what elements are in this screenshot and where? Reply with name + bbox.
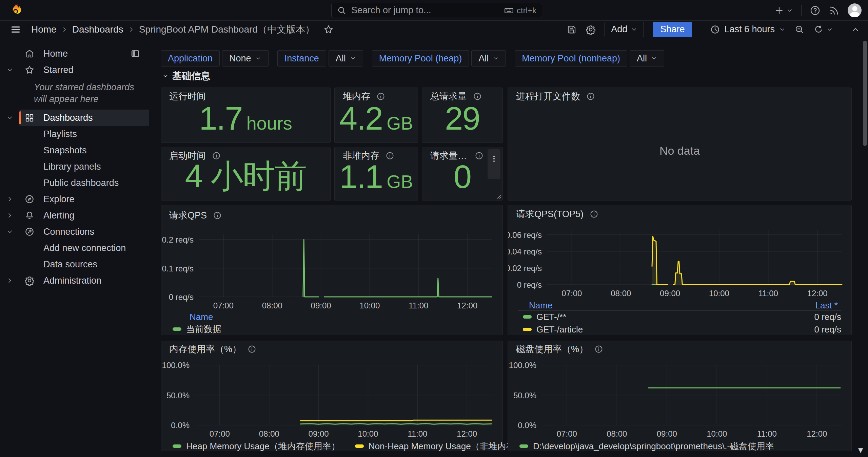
qps-legend: Name 当前数据	[171, 312, 492, 336]
variable-label[interactable]: Memory Pool (nonheap)	[515, 50, 627, 66]
svg-text:07:00: 07:00	[213, 301, 234, 310]
search-icon	[337, 6, 347, 15]
settings-gear-icon[interactable]	[586, 24, 596, 35]
panel-request-qps: 请求QPS 0 req/s0.1 req/s0.2 req/s07:0008:0…	[161, 205, 503, 335]
svg-text:0.1 req/s: 0.1 req/s	[162, 264, 194, 273]
zoom-out-icon[interactable]	[794, 24, 805, 35]
help-icon[interactable]	[810, 5, 821, 16]
svg-text:50.0%: 50.0%	[166, 391, 190, 400]
panel-title[interactable]: 进程打开文件数	[516, 90, 580, 102]
svg-text:08:00: 08:00	[262, 301, 282, 310]
legend-last-value: 0 req/s	[814, 324, 842, 335]
keyboard-icon	[504, 5, 514, 16]
variable-label[interactable]: Application	[161, 50, 220, 66]
legend-item[interactable]: GET-/** 0 req/s	[518, 311, 841, 323]
series-color-swatch	[523, 315, 532, 319]
news-rss-icon[interactable]	[829, 5, 840, 16]
new-button[interactable]	[774, 5, 793, 16]
no-data-message: No data	[508, 144, 851, 157]
grafana-logo-icon[interactable]	[8, 3, 23, 18]
variable-application: Application None	[161, 50, 269, 66]
panel-title[interactable]: 磁盘使用率（%）	[516, 343, 588, 355]
info-icon[interactable]	[376, 92, 385, 101]
variable-value-dropdown[interactable]: None	[222, 50, 269, 66]
series-color-swatch	[173, 444, 181, 448]
memory-usage-chart[interactable]: 0.0%50.0%100.0%07:0008:0009:0010:0011:00…	[161, 357, 502, 439]
refresh-button[interactable]	[813, 24, 833, 35]
row-basic-info[interactable]: 基础信息	[162, 70, 210, 82]
dashboard-toolbar: Home Dashboards SpringBoot APM Dashboard…	[0, 21, 868, 38]
stat-value: 1.7hours	[161, 100, 330, 137]
panel-start-time: 启动时间 4 小时前	[161, 147, 331, 201]
grafana-app: ctrl+k Home Dashboards	[0, 0, 868, 457]
panel-title[interactable]: 请求QPS	[169, 209, 207, 222]
panel-heap-memory: 堆内存 4.2GB	[334, 88, 418, 143]
variable-label[interactable]: Memory Pool (heap)	[372, 50, 469, 66]
scroll-down-arrow-icon[interactable]: ▼	[856, 445, 865, 455]
time-range-picker[interactable]: Last 6 hours	[710, 24, 786, 35]
user-avatar[interactable]	[848, 3, 862, 17]
qps-top5-legend: Name Last * GET-/** 0 req/s GET-/article…	[518, 300, 841, 336]
svg-text:50.0%: 50.0%	[513, 391, 536, 400]
legend-last-value: 0 req/s	[814, 312, 842, 322]
search-input[interactable]	[351, 5, 504, 16]
panel-recent-requests: 请求量【近... 0	[422, 147, 503, 201]
svg-text:12:00: 12:00	[807, 289, 828, 298]
divider	[842, 24, 842, 35]
variable-value-dropdown[interactable]: All	[329, 50, 363, 66]
info-icon[interactable]	[248, 345, 256, 354]
legend-item[interactable]: GET-/article 0 req/s	[518, 323, 841, 336]
series-color-swatch	[173, 327, 181, 331]
disk-legend: D:\develop\java_develop\springboot\prome…	[518, 440, 841, 452]
svg-text:0 req/s: 0 req/s	[169, 292, 194, 302]
panel-title[interactable]: 请求QPS(TOP5)	[516, 208, 584, 220]
share-button[interactable]: Share	[653, 22, 692, 37]
top-nav: ctrl+k	[0, 0, 868, 21]
disk-usage-chart[interactable]: 0.0%50.0%100.0%07:0008:0009:0010:0011:00…	[508, 357, 851, 439]
svg-text:10:00: 10:00	[358, 429, 378, 438]
info-icon[interactable]	[213, 211, 222, 220]
variable-memory-pool-nonheap: Memory Pool (nonheap) All	[515, 50, 664, 66]
legend-column-last[interactable]: Last *	[815, 300, 838, 311]
legend-item[interactable]: 当前数据	[171, 322, 492, 336]
legend-column-name[interactable]: Name	[529, 300, 552, 311]
dashboard-canvas: Application None Instance All Memory Poo…	[0, 38, 868, 457]
panel-nonheap-memory: 非堆内存 1.1GB	[334, 147, 418, 201]
add-button[interactable]: Add	[605, 22, 644, 37]
stat-value: 0	[422, 158, 502, 195]
legend-item[interactable]: D:\develop\java_develop\springboot\prome…	[519, 440, 774, 452]
breadcrumb-dashboards[interactable]: Dashboards	[72, 24, 123, 35]
svg-text:10:00: 10:00	[709, 289, 729, 298]
svg-text:0.0%: 0.0%	[518, 421, 536, 430]
legend-item[interactable]: Heap Memory Usage（堆内存使用率）	[173, 440, 340, 452]
legend-column-name[interactable]: Name	[190, 312, 213, 322]
resize-handle[interactable]	[495, 193, 501, 199]
variable-memory-pool-heap: Memory Pool (heap) All	[372, 50, 506, 66]
svg-text:08:00: 08:00	[607, 429, 627, 438]
qps-chart[interactable]: 0 req/s0.1 req/s0.2 req/s07:0008:0009:00…	[161, 226, 502, 310]
info-icon[interactable]	[473, 92, 482, 101]
svg-text:08:00: 08:00	[611, 289, 631, 298]
info-icon[interactable]	[594, 345, 603, 354]
qps-top5-chart[interactable]: 0 req/s0.02 req/s0.04 req/s0.06 req/s07:…	[508, 223, 851, 299]
save-icon[interactable]	[567, 24, 577, 35]
panel-title[interactable]: 内存使用率（%）	[169, 343, 241, 355]
variable-label[interactable]: Instance	[277, 50, 326, 66]
chevron-down-icon	[350, 55, 356, 61]
scrollbar-thumb[interactable]	[863, 41, 867, 146]
chevron-down-icon	[255, 55, 261, 61]
variable-value-dropdown[interactable]: All	[471, 50, 506, 66]
panel-total-requests: 总请求量 29	[422, 88, 503, 143]
info-icon[interactable]	[586, 92, 595, 101]
svg-text:0.02 req/s: 0.02 req/s	[508, 264, 542, 273]
info-icon[interactable]	[590, 210, 598, 218]
panel-request-qps-top5: 请求QPS(TOP5) 0 req/s0.02 req/s0.04 req/s0…	[508, 205, 852, 335]
favorite-star-icon[interactable]	[323, 24, 334, 35]
collapse-up-icon[interactable]	[851, 25, 860, 34]
variable-value-dropdown[interactable]: All	[630, 50, 664, 66]
chevron-down-icon	[826, 26, 833, 33]
search-bar[interactable]: ctrl+k	[331, 3, 542, 18]
menu-icon[interactable]	[10, 24, 21, 35]
breadcrumb-home[interactable]: Home	[31, 24, 57, 35]
toolbar-actions: Add Share Last 6 hours	[567, 22, 860, 37]
